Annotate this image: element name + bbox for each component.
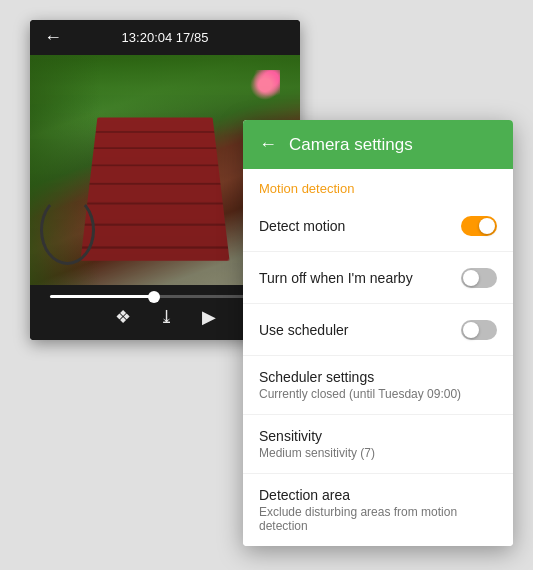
settings-back-button[interactable]: ← [259,134,277,155]
use-scheduler-toggle[interactable] [461,320,497,340]
settings-row-detection-area[interactable]: Detection area Exclude disturbing areas … [243,474,513,546]
detection-area-subtitle: Exclude disturbing areas from motion det… [259,505,497,533]
camera-time: 13:20:04 [122,30,173,45]
share-button[interactable]: ❖ [115,306,131,328]
turn-off-nearby-title: Turn off when I'm nearby [259,270,461,286]
progress-thumb[interactable] [148,291,160,303]
detect-motion-left: Detect motion [259,218,461,234]
detect-motion-toggle-thumb [479,218,495,234]
use-scheduler-left: Use scheduler [259,322,461,338]
settings-body: Motion detection Detect motion Turn off … [243,169,513,546]
scheduler-settings-title: Scheduler settings [259,369,497,385]
turn-off-nearby-left: Turn off when I'm nearby [259,270,461,286]
detection-area-left: Detection area Exclude disturbing areas … [259,487,497,533]
settings-title: Camera settings [289,135,413,155]
sensitivity-title: Sensitivity [259,428,497,444]
settings-panel: ← Camera settings Motion detection Detec… [243,120,513,546]
camera-topbar: ← 13:20:04 17/85 [30,20,300,55]
settings-row-use-scheduler: Use scheduler [243,304,513,356]
scheduler-settings-left: Scheduler settings Currently closed (unt… [259,369,497,401]
detect-motion-title: Detect motion [259,218,461,234]
camera-back-button[interactable]: ← [44,27,62,48]
settings-row-sensitivity[interactable]: Sensitivity Medium sensitivity (7) [243,415,513,474]
turn-off-nearby-toggle-thumb [463,270,479,286]
settings-row-turn-off-nearby: Turn off when I'm nearby [243,252,513,304]
use-scheduler-title: Use scheduler [259,322,461,338]
detect-motion-toggle[interactable] [461,216,497,236]
detection-area-title: Detection area [259,487,497,503]
sensitivity-subtitle: Medium sensitivity (7) [259,446,497,460]
turn-off-nearby-toggle[interactable] [461,268,497,288]
sensitivity-left: Sensitivity Medium sensitivity (7) [259,428,497,460]
use-scheduler-toggle-thumb [463,322,479,338]
section-label: Motion detection [243,169,513,200]
camera-counter: 17/85 [176,30,209,45]
play-button[interactable]: ▶ [202,306,216,328]
bike-silhouette [40,195,95,265]
settings-row-detect-motion: Detect motion [243,200,513,252]
settings-row-scheduler-settings[interactable]: Scheduler settings Currently closed (unt… [243,356,513,415]
progress-fill [50,295,154,298]
scheduler-settings-subtitle: Currently closed (until Tuesday 09:00) [259,387,497,401]
settings-header: ← Camera settings [243,120,513,169]
download-button[interactable]: ⤓ [159,306,174,328]
